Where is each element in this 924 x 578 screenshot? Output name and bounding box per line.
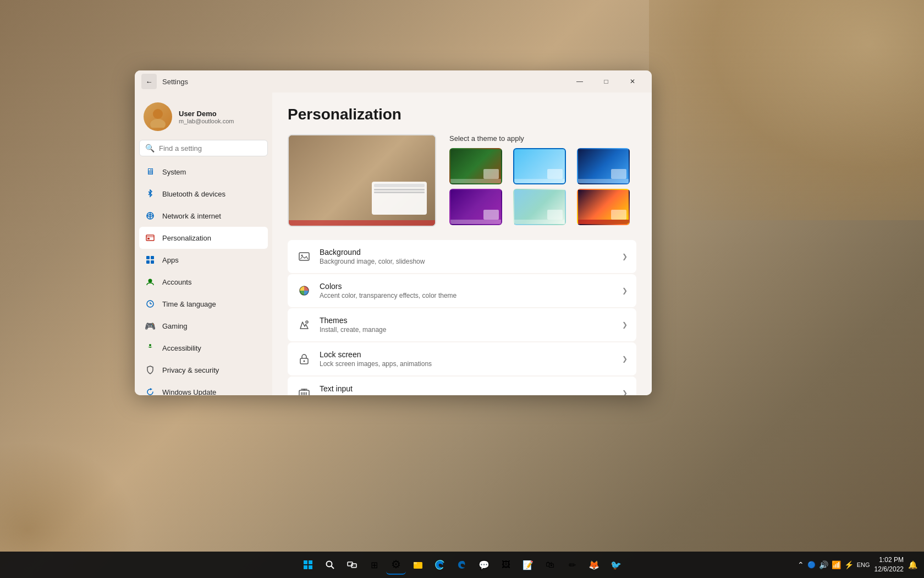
sidebar-item-accounts[interactable]: Accounts	[139, 271, 268, 293]
taskbar-time-value: 1:02 PM	[875, 555, 904, 565]
sidebar-item-network-label: Network & internet	[162, 212, 221, 220]
taskbar-explorer[interactable]	[408, 555, 428, 575]
search-box[interactable]: 🔍	[139, 140, 268, 156]
settings-item-themes[interactable]: Themes Install, create, manage ❯	[288, 308, 636, 341]
svg-rect-23	[299, 390, 309, 395]
theme-landscape[interactable]	[513, 189, 566, 225]
theme-mini-window-2	[547, 169, 563, 179]
sidebar-item-privacy[interactable]: Privacy & security	[139, 359, 268, 381]
background-title: Background	[320, 248, 614, 257]
sidebar-item-accessibility[interactable]: Accessibility	[139, 337, 268, 359]
settings-item-colors[interactable]: Colors Accent color, transparency effect…	[288, 274, 636, 307]
title-bar-left: ← Settings	[141, 74, 188, 89]
sidebar-item-gaming[interactable]: 🎮 Gaming	[139, 315, 268, 337]
preview-frame	[288, 134, 436, 227]
sidebar-item-personalization[interactable]: Personalization	[139, 227, 268, 249]
sidebar-item-time-label: Time & language	[162, 300, 216, 308]
taskbar-twitter[interactable]: 🐦	[606, 555, 626, 575]
theme-grid	[449, 148, 636, 225]
sidebar-item-bluetooth-label: Bluetooth & devices	[162, 190, 226, 198]
svg-point-1	[150, 119, 166, 128]
taskbar-time[interactable]: 1:02 PM 12/6/2022	[875, 555, 904, 574]
gaming-icon: 🎮	[145, 320, 156, 331]
taskbar-settings-active[interactable]: ⚙	[386, 555, 406, 575]
user-profile[interactable]: User Demo m_lab@outlook.com	[139, 97, 268, 140]
taskbar-battery[interactable]: ⚡	[844, 560, 854, 569]
svg-rect-7	[147, 238, 150, 239]
maximize-button[interactable]: □	[593, 73, 619, 90]
taskbar-edge[interactable]	[430, 555, 450, 575]
preview-window	[372, 182, 427, 215]
svg-rect-37	[351, 564, 356, 568]
sidebar-item-personalization-label: Personalization	[162, 234, 211, 242]
taskbar-search[interactable]	[320, 555, 340, 575]
theme-mini-bar-4	[450, 220, 501, 224]
taskbar-browser[interactable]: 🦊	[584, 555, 604, 575]
text-input-icon	[296, 385, 312, 395]
taskbar-photos[interactable]: 🖼	[496, 555, 516, 575]
preview-window-line	[374, 189, 425, 190]
apps-icon	[145, 254, 156, 265]
minimize-button[interactable]: —	[567, 73, 592, 90]
theme-mini-bar-3	[578, 179, 629, 183]
taskbar-center: ⊞ ⚙ 💬 🖼 📝	[298, 555, 626, 575]
svg-rect-30	[304, 560, 307, 564]
theme-win11-dark[interactable]	[577, 148, 630, 184]
preview-desktop	[289, 135, 435, 226]
sidebar-item-time[interactable]: Time & language	[139, 293, 268, 315]
taskbar-edge-2[interactable]	[452, 555, 472, 575]
theme-mini-window-6	[611, 210, 626, 220]
taskbar-store[interactable]: 🛍	[540, 555, 560, 575]
theme-red-bar-6	[578, 220, 629, 224]
svg-rect-9	[151, 256, 154, 259]
taskbar-start[interactable]	[298, 555, 318, 575]
sidebar-item-system[interactable]: 🖥 System	[139, 161, 268, 183]
taskbar-pen[interactable]: ✏	[562, 555, 582, 575]
theme-win11-light[interactable]	[513, 148, 566, 184]
sidebar-item-system-label: System	[162, 168, 186, 176]
sidebar-item-network[interactable]: Network & internet	[139, 205, 268, 227]
settings-item-lock-screen[interactable]: Lock screen Lock screen images, apps, an…	[288, 342, 636, 375]
taskbar-network[interactable]: 📶	[832, 560, 841, 569]
search-input[interactable]	[159, 144, 262, 152]
taskbar-bluetooth-sys[interactable]: 🔵	[807, 561, 816, 569]
taskbar-chat[interactable]: 💬	[474, 555, 494, 575]
preview-window-bar	[374, 184, 425, 187]
settings-item-background[interactable]: Background Background image, color, slid…	[288, 240, 636, 273]
svg-point-22	[304, 361, 305, 362]
taskbar-notes[interactable]: 📝	[518, 555, 538, 575]
taskbar-show-hidden[interactable]: ⌃	[798, 560, 804, 569]
sidebar-item-apps[interactable]: Apps	[139, 249, 268, 271]
theme-mini-bar-1	[450, 179, 501, 183]
accounts-icon	[145, 276, 156, 287]
close-button[interactable]: ✕	[620, 73, 645, 90]
background-icon	[296, 249, 312, 264]
accessibility-icon	[145, 342, 156, 353]
sidebar-item-gaming-label: Gaming	[162, 322, 188, 330]
settings-item-text-input[interactable]: Text input Touch keyboard, voice typing,…	[288, 377, 636, 395]
theme-mini-bar-5	[514, 220, 565, 224]
time-icon	[145, 298, 156, 309]
sidebar-item-bluetooth[interactable]: Bluetooth & devices	[139, 183, 268, 205]
window-title: Settings	[162, 78, 188, 86]
theme-mini-window-5	[547, 210, 563, 220]
taskbar-task-view[interactable]	[342, 555, 362, 575]
theme-flower[interactable]	[577, 189, 630, 225]
sidebar-item-update[interactable]: Windows Update	[139, 381, 268, 395]
theme-purple[interactable]	[449, 189, 502, 225]
back-button[interactable]: ←	[141, 74, 157, 89]
taskbar-notification[interactable]: 🔔	[908, 560, 917, 569]
taskbar-lang[interactable]: ENG	[857, 561, 870, 568]
taskbar-volume[interactable]: 🔊	[819, 560, 828, 569]
desktop: ← Settings — □ ✕	[0, 0, 924, 578]
theme-christmas[interactable]	[449, 148, 502, 184]
background-chevron: ❯	[622, 253, 628, 260]
taskbar-widgets[interactable]: ⊞	[364, 555, 384, 575]
page-title: Personalization	[288, 106, 636, 123]
svg-line-35	[331, 566, 334, 569]
window-controls: — □ ✕	[567, 73, 645, 90]
themes-text: Themes Install, create, manage	[320, 316, 614, 334]
lock-screen-chevron: ❯	[622, 355, 628, 363]
colors-chevron: ❯	[622, 287, 628, 295]
sidebar: User Demo m_lab@outlook.com 🔍 🖥 System	[135, 92, 272, 395]
